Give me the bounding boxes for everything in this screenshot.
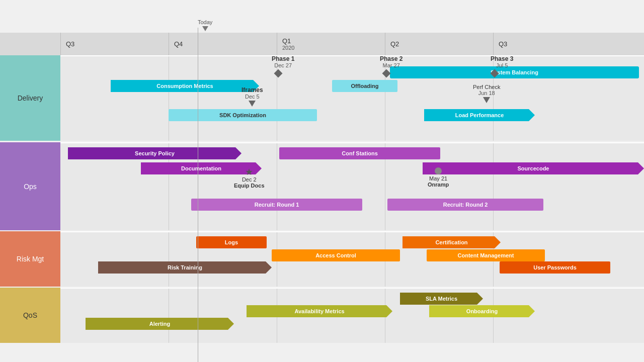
ops-section: Ops Security Policy Conf Stations Docume… bbox=[0, 142, 644, 230]
diamond-phase2 bbox=[382, 69, 391, 78]
onramp-circle-icon bbox=[435, 167, 442, 174]
today-label: Today bbox=[198, 19, 212, 25]
bar-recruit-round-1-label: Recruit: Round 1 bbox=[255, 202, 299, 208]
q1-label: Q1 bbox=[282, 37, 385, 45]
quarter-q1: Q1 2020 bbox=[277, 33, 385, 55]
qos-content: SLA Metrics Availability Metrics Onboard… bbox=[60, 288, 644, 343]
perf-check-date: Jun 18 bbox=[473, 90, 500, 96]
bar-offloading: Offloading bbox=[332, 80, 397, 92]
perf-check-arrow-icon bbox=[483, 97, 490, 103]
bar-user-passwords: User Passwords bbox=[500, 261, 610, 274]
equip-docs-label: Equip Docs bbox=[234, 183, 265, 189]
q3-first-label: Q3 bbox=[66, 40, 169, 48]
bar-offloading-label: Offloading bbox=[351, 83, 379, 89]
bar-sdk-optimization: SDK Optimization bbox=[169, 109, 317, 121]
q1-year: 2020 bbox=[282, 45, 385, 51]
risk-vline-1 bbox=[169, 232, 169, 287]
vline-2 bbox=[277, 56, 277, 141]
bar-load-performance-label: Load Performance bbox=[455, 112, 504, 118]
today-line bbox=[198, 28, 198, 362]
ops-text: Ops bbox=[24, 183, 37, 191]
bar-logs-label: Logs bbox=[225, 239, 238, 245]
delivery-label: Delivery bbox=[0, 55, 60, 141]
bar-documentation-label: Documentation bbox=[181, 165, 221, 171]
delivery-text: Delivery bbox=[18, 94, 43, 102]
quarter-q4: Q4 bbox=[169, 33, 277, 55]
bar-system-balancing: System Balancing bbox=[390, 66, 639, 78]
bar-sourcecode-label: Sourcecode bbox=[518, 165, 549, 171]
bar-availability-metrics: Availability Metrics bbox=[247, 305, 392, 317]
risk-label: Risk Mgt bbox=[0, 231, 60, 287]
bar-conf-stations: Conf Stations bbox=[279, 147, 440, 159]
quarter-q3-last: Q3 bbox=[493, 33, 644, 55]
risk-content: Logs Certification Access Control Conten… bbox=[60, 231, 644, 287]
gantt-chart: Today Q3 Q4 Q1 2020 Q2 Q3 Phase 1 Dec 27 bbox=[0, 0, 644, 362]
bar-consumption-metrics: Consumption Metrics bbox=[111, 80, 259, 92]
perf-check-milestone: Perf Check Jun 18 bbox=[473, 84, 500, 103]
bar-recruit-round-1: Recruit: Round 1 bbox=[191, 199, 362, 211]
ops-content: Security Policy Conf Stations Documentat… bbox=[60, 142, 644, 230]
bar-consumption-metrics-label: Consumption Metrics bbox=[156, 83, 213, 89]
qos-vline-1 bbox=[169, 289, 169, 343]
bar-load-performance: Load Performance bbox=[424, 109, 535, 121]
today-arrow-icon bbox=[202, 26, 208, 31]
bar-recruit-round-2: Recruit: Round 2 bbox=[387, 199, 543, 211]
vline-3 bbox=[385, 56, 385, 141]
bar-security-policy: Security Policy bbox=[68, 147, 242, 159]
bar-alerting-label: Alerting bbox=[149, 321, 171, 327]
bar-security-policy-label: Security Policy bbox=[135, 150, 175, 156]
risk-section: Risk Mgt Logs Certification Access Contr… bbox=[0, 231, 644, 287]
bar-logs: Logs bbox=[196, 236, 267, 248]
bar-content-management: Content Management bbox=[427, 249, 545, 261]
bar-onboarding: Onboarding bbox=[429, 305, 535, 317]
bar-risk-training-label: Risk Training bbox=[168, 264, 202, 270]
bar-onboarding-label: Onboarding bbox=[466, 308, 498, 314]
vline-1 bbox=[169, 56, 169, 141]
risk-text: Risk Mgt bbox=[17, 255, 44, 263]
iframes-date: Dec 5 bbox=[242, 94, 263, 100]
header-label-spacer bbox=[0, 33, 60, 55]
iframes-arrow-icon bbox=[249, 101, 256, 107]
iframes-label: Iframes bbox=[242, 86, 263, 94]
delivery-section: Delivery System Balancing Consumption Me… bbox=[0, 55, 644, 141]
equip-docs-star-icon: ★ bbox=[234, 167, 265, 176]
bar-recruit-round-2-label: Recruit: Round 2 bbox=[443, 202, 488, 208]
today-marker: Today bbox=[198, 19, 212, 31]
ops-label: Ops bbox=[0, 142, 60, 230]
bar-sla-metrics: SLA Metrics bbox=[400, 293, 483, 305]
bar-access-control-label: Access Control bbox=[315, 252, 356, 258]
perf-check-label: Perf Check bbox=[473, 84, 500, 90]
equip-docs-milestone: ★ Dec 2 Equip Docs bbox=[234, 167, 265, 189]
header-row: Q3 Q4 Q1 2020 Q2 Q3 bbox=[0, 33, 644, 55]
quarter-q2: Q2 bbox=[385, 33, 493, 55]
equip-docs-date: Dec 2 bbox=[234, 176, 265, 183]
onramp-label: Onramp bbox=[428, 182, 449, 188]
bar-risk-training: Risk Training bbox=[98, 261, 272, 274]
bar-conf-stations-label: Conf Stations bbox=[342, 150, 378, 156]
q3-last-label: Q3 bbox=[499, 40, 644, 48]
bar-alerting: Alerting bbox=[86, 318, 234, 330]
bar-sourcecode: Sourcecode bbox=[423, 162, 644, 174]
q2-label: Q2 bbox=[390, 40, 493, 48]
bar-user-passwords-label: User Passwords bbox=[533, 264, 577, 270]
bar-certification: Certification bbox=[403, 236, 501, 248]
onramp-milestone: May 21 Onramp bbox=[428, 167, 449, 188]
onramp-date: May 21 bbox=[428, 175, 449, 182]
bar-sla-metrics-label: SLA Metrics bbox=[426, 296, 457, 302]
bar-availability-metrics-label: Availability Metrics bbox=[294, 308, 344, 314]
quarter-q3-first: Q3 bbox=[60, 33, 169, 55]
bar-access-control: Access Control bbox=[272, 249, 400, 261]
qos-section: QoS SLA Metrics Availability Metrics Onb… bbox=[0, 288, 644, 343]
qos-label: QoS bbox=[0, 288, 60, 343]
ops-vline-4 bbox=[493, 143, 494, 230]
iframes-milestone: Iframes Dec 5 bbox=[242, 86, 263, 107]
qos-text: QoS bbox=[23, 311, 37, 319]
ops-vline-2 bbox=[277, 143, 277, 230]
bar-certification-label: Certification bbox=[435, 239, 467, 245]
q4-label: Q4 bbox=[174, 40, 277, 48]
bar-sdk-optimization-label: SDK Optimization bbox=[219, 112, 266, 118]
delivery-content: System Balancing Consumption Metrics Off… bbox=[60, 55, 644, 141]
diamond-phase1 bbox=[274, 69, 283, 78]
bar-content-management-label: Content Management bbox=[458, 252, 514, 258]
